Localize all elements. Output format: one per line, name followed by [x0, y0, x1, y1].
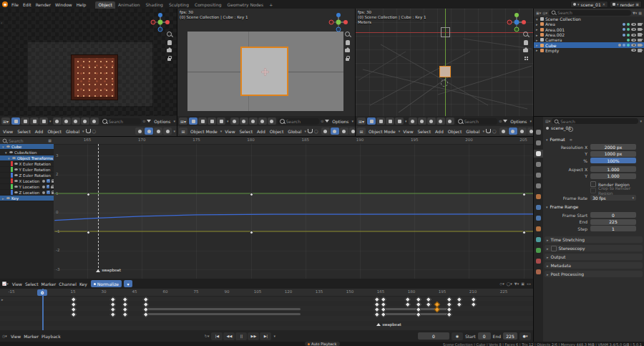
- workspace-tab-item[interactable]: +: [266, 1, 275, 9]
- keyframe-hold-bar[interactable]: [145, 313, 301, 316]
- shading-mode-button[interactable]: [230, 117, 239, 125]
- expand-arrow-icon[interactable]: ▸: [536, 48, 539, 52]
- fcurve-canvas[interactable]: [54, 144, 533, 279]
- panel-checkbox[interactable]: [551, 246, 557, 251]
- viewport-menu-view[interactable]: View: [1, 129, 14, 134]
- fcurve-key[interactable]: [522, 193, 526, 196]
- outliner-row-empty[interactable]: ▸Empty: [534, 48, 644, 53]
- viewport-shading-button[interactable]: [145, 128, 153, 135]
- render-visibility-icon[interactable]: [638, 39, 642, 42]
- menu-help[interactable]: Help: [74, 2, 89, 7]
- shading-mode-button[interactable]: [249, 117, 258, 125]
- viewport-menu-add[interactable]: Add: [434, 129, 445, 134]
- snap-magnet-icon[interactable]: [486, 129, 491, 133]
- jump-to-next-keyframe-button[interactable]: ▶▶: [248, 332, 259, 340]
- lock-icon[interactable]: [52, 192, 54, 194]
- outliner-row-scene-collection[interactable]: ▾ Scene Collection: [534, 16, 644, 21]
- lock-icon[interactable]: [167, 58, 171, 61]
- chevron-down-icon[interactable]: ▾: [227, 119, 229, 123]
- lock-icon[interactable]: [51, 186, 54, 188]
- viewport-menu-object[interactable]: Object: [268, 129, 286, 134]
- channel-y-location[interactable]: Y Location✓: [0, 184, 54, 190]
- properties-tab-object[interactable]: [534, 193, 543, 201]
- grid-icon[interactable]: [524, 56, 528, 60]
- navigation-gizmo[interactable]: [328, 11, 349, 33]
- expand-arrow-icon[interactable]: ▸: [536, 22, 539, 27]
- panel-header-frame-range[interactable]: ▾ Frame Range: [543, 204, 581, 209]
- editor-type-icon[interactable]: ◷▾: [2, 334, 7, 338]
- snap-icon[interactable]: ◇▾: [499, 282, 504, 286]
- pin-icon[interactable]: [568, 127, 573, 132]
- mode-icon-button[interactable]: ⊞: [179, 128, 187, 135]
- shading-mode-button[interactable]: [62, 117, 71, 125]
- graph-menu-view[interactable]: View: [11, 282, 24, 287]
- shading-mode-button[interactable]: [418, 117, 426, 125]
- expand-arrow-icon[interactable]: ▸: [1, 297, 4, 302]
- viewport-search-input[interactable]: Search: [100, 118, 142, 125]
- property-field-frame-start[interactable]: 0: [590, 212, 636, 218]
- filter-funnel-icon[interactable]: [503, 120, 507, 122]
- editor-type-icon[interactable]: 📈▾: [2, 282, 9, 286]
- shading-mode-button[interactable]: [72, 117, 80, 125]
- close-icon[interactable]: ✕: [602, 2, 605, 6]
- workspace-tab-animation[interactable]: Animation: [115, 1, 143, 9]
- shading-mode-button[interactable]: [90, 117, 99, 125]
- visibility-eye-icon[interactable]: [631, 44, 636, 47]
- collapsed-panel-time-stretching[interactable]: ▸Time Stretching: [545, 236, 643, 243]
- object-mode-dropdown[interactable]: Object Mode: [367, 129, 397, 134]
- proportional-edit-icon[interactable]: ◯▾: [507, 282, 512, 286]
- visibility-eye-icon[interactable]: [9, 151, 13, 153]
- expand-arrow-icon[interactable]: ▸: [2, 196, 5, 201]
- display-mode-icon[interactable]: ▣▾: [536, 11, 541, 15]
- viewport-shading-button[interactable]: [154, 128, 162, 135]
- orientation-dropdown[interactable]: Global: [286, 129, 303, 134]
- properties-tab-view-layer[interactable]: [534, 160, 543, 168]
- gizmo-toggle-icon[interactable]: ⊙: [321, 119, 323, 123]
- playback-menu-playback[interactable]: Playback: [40, 334, 62, 339]
- properties-tab-output[interactable]: [534, 150, 543, 158]
- collapsed-panel-output[interactable]: ▸Output: [545, 254, 643, 260]
- filter-funnel-icon[interactable]: ▼▾: [514, 282, 519, 286]
- viewport-shading-button[interactable]: [321, 128, 330, 135]
- viewport-menu-select[interactable]: Select: [416, 129, 433, 134]
- zoom-icon[interactable]: [345, 32, 350, 37]
- expand-arrow-icon[interactable]: ▸: [536, 38, 539, 42]
- viewport-menu-view[interactable]: View: [401, 129, 414, 134]
- enable-checkbox[interactable]: ✓: [47, 191, 50, 194]
- visibility-eye-icon[interactable]: [631, 39, 636, 42]
- menu-window[interactable]: Window: [53, 2, 74, 7]
- workspace-tab-geometry-nodes[interactable]: Geometry Nodes: [225, 1, 267, 9]
- navigation-gizmo[interactable]: [506, 11, 527, 33]
- panel-header-format[interactable]: ▾ Format ≡: [543, 137, 578, 142]
- interaction-mode-button[interactable]: [208, 117, 216, 125]
- visibility-eye-icon[interactable]: [14, 163, 18, 165]
- shading-mode-button[interactable]: [53, 117, 62, 125]
- graph-menu-marker[interactable]: Marker: [40, 282, 58, 287]
- jump-to-end-button[interactable]: ▶|: [260, 332, 271, 340]
- editor-type-button[interactable]: ⊞▾: [179, 117, 187, 125]
- keyframe-hold-bar[interactable]: [145, 308, 301, 311]
- render-visibility-icon[interactable]: [638, 49, 642, 52]
- menu-edit[interactable]: Edit: [21, 2, 34, 7]
- mode-icon-button[interactable]: ⊞: [357, 128, 366, 135]
- shading-mode-button[interactable]: [436, 117, 445, 125]
- filter-toggle-icon[interactable]: ▦: [48, 138, 52, 143]
- expand-arrow-icon[interactable]: ▸: [536, 27, 539, 32]
- outliner-row-area-001[interactable]: ▸Area.001: [534, 27, 644, 32]
- viewport-menu-select[interactable]: Select: [16, 129, 32, 134]
- channel-z-location[interactable]: Z Location✓: [0, 190, 54, 196]
- viewport-shading-button[interactable]: [527, 128, 533, 135]
- normalize-toggle[interactable]: Normalize: [91, 280, 122, 287]
- viewport-shading-button[interactable]: [163, 128, 172, 135]
- panel-toggle-icon[interactable]: «»: [527, 282, 531, 286]
- proportional-edit-icon[interactable]: ◯: [492, 129, 497, 133]
- object-mode-dropdown[interactable]: Object Mode: [189, 129, 219, 134]
- expand-arrow-icon[interactable]: ▸: [536, 33, 539, 37]
- expand-arrow-icon[interactable]: ▾: [2, 145, 5, 149]
- camera-view-icon[interactable]: [167, 49, 172, 52]
- sync-icon[interactable]: ↻▾: [205, 334, 210, 338]
- enable-checkbox[interactable]: ✓: [47, 179, 50, 183]
- interaction-mode-button[interactable]: [11, 117, 20, 125]
- checkbox[interactable]: [590, 188, 596, 193]
- collapsed-panel-metadata[interactable]: ▸Metadata: [545, 262, 643, 269]
